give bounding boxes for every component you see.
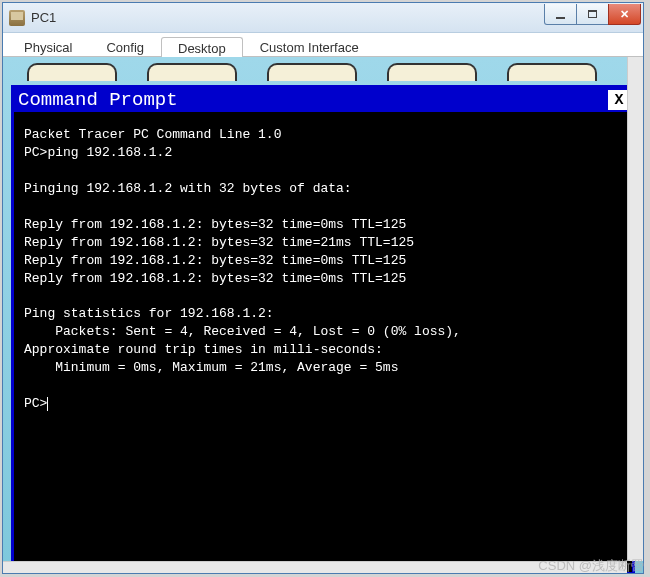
terminal-line: Reply from 192.168.1.2: bytes=32 time=0m… — [24, 217, 406, 232]
desktop-content: Command Prompt X Packet Tracer PC Comman… — [3, 57, 643, 573]
desktop-app-icon[interactable] — [387, 63, 477, 81]
terminal-line: Packet Tracer PC Command Line 1.0 — [24, 127, 281, 142]
pc-icon — [9, 10, 25, 26]
maximize-icon — [588, 10, 597, 18]
desktop-app-icon[interactable] — [507, 63, 597, 81]
command-prompt-window: Command Prompt X Packet Tracer PC Comman… — [11, 85, 635, 573]
tab-desktop[interactable]: Desktop — [161, 37, 243, 57]
desktop-apps-row — [11, 63, 635, 83]
window-title: PC1 — [31, 10, 545, 25]
window-controls: ✕ — [545, 4, 641, 25]
terminal-output[interactable]: Packet Tracer PC Command Line 1.0 PC>pin… — [14, 112, 632, 572]
terminal-line: PC>ping 192.168.1.2 — [24, 145, 172, 160]
window-close-button[interactable]: ✕ — [608, 4, 641, 25]
terminal-cursor — [47, 397, 48, 411]
titlebar: PC1 ✕ — [3, 3, 643, 33]
command-prompt-titlebar: Command Prompt X — [14, 88, 632, 112]
tab-bar: Physical Config Desktop Custom Interface — [3, 33, 643, 57]
terminal-line: Packets: Sent = 4, Received = 4, Lost = … — [24, 324, 461, 339]
close-icon: ✕ — [620, 9, 629, 20]
tab-custom-interface[interactable]: Custom Interface — [243, 36, 376, 56]
desktop-app-icon[interactable] — [147, 63, 237, 81]
terminal-line: Reply from 192.168.1.2: bytes=32 time=21… — [24, 235, 414, 250]
minimize-icon — [556, 17, 565, 19]
scrollbar-vertical[interactable] — [627, 57, 643, 561]
terminal-line: Approximate round trip times in milli-se… — [24, 342, 383, 357]
desktop-app-icon[interactable] — [27, 63, 117, 81]
desktop-app-icon[interactable] — [267, 63, 357, 81]
scrollbar-horizontal[interactable] — [3, 561, 627, 573]
maximize-button[interactable] — [576, 4, 609, 25]
app-window: PC1 ✕ Physical Config Desktop Custom Int… — [2, 2, 644, 574]
terminal-line: Minimum = 0ms, Maximum = 21ms, Average =… — [24, 360, 398, 375]
terminal-line: Ping statistics for 192.168.1.2: — [24, 306, 274, 321]
terminal-prompt: PC> — [24, 396, 47, 411]
terminal-line: Pinging 192.168.1.2 with 32 bytes of dat… — [24, 181, 352, 196]
tab-physical[interactable]: Physical — [7, 36, 89, 56]
tab-config[interactable]: Config — [89, 36, 161, 56]
minimize-button[interactable] — [544, 4, 577, 25]
command-prompt-title: Command Prompt — [18, 89, 178, 111]
terminal-line: Reply from 192.168.1.2: bytes=32 time=0m… — [24, 253, 406, 268]
terminal-line: Reply from 192.168.1.2: bytes=32 time=0m… — [24, 271, 406, 286]
watermark: CSDN @浅度断罾 — [538, 557, 644, 575]
